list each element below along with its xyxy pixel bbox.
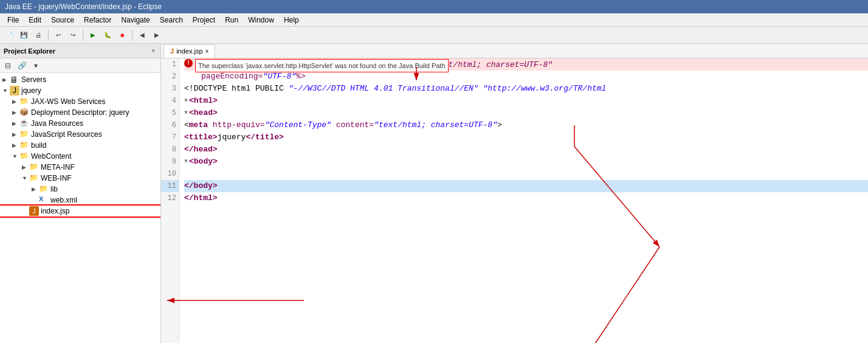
tree-item-web-xml[interactable]: ▶ X web.xml (0, 195, 160, 206)
menu-window[interactable]: Window (243, 15, 279, 26)
index-jsp-icon: J (29, 206, 39, 216)
tree-item-build[interactable]: ▶ 📁 build (0, 140, 160, 151)
jax-ws-icon: 📁 (19, 97, 29, 106)
menu-project[interactable]: Project (188, 15, 220, 26)
sidebar-title: Project Explorer (4, 47, 55, 55)
code-line-6: <meta http-equiv="Content-Type" content=… (184, 119, 868, 131)
code-area: 1 2 3 4 5 6 7 8 9 10 11 12 (161, 58, 868, 343)
code-line-1: ! The superclass 'javax.servlet.http.Htt… (184, 58, 868, 71)
tree-item-meta-inf[interactable]: ▶ 📁 META-INF (0, 162, 160, 173)
code-lines[interactable]: ! The superclass 'javax.servlet.http.Htt… (179, 58, 868, 343)
fold-arrow-9[interactable]: ▼ (184, 156, 188, 168)
jax-ws-label: JAX-WS Web Services (31, 97, 105, 106)
web-xml-label: web.xml (50, 196, 77, 204)
index-jsp-label: index.jsp (41, 207, 69, 215)
save-btn[interactable]: 💾 (17, 29, 30, 42)
debug-btn[interactable]: 🐛 (101, 29, 114, 42)
tree-item-deployment[interactable]: ▶ 📦 Deployment Descriptor: jquery (0, 107, 160, 118)
java-resources-icon: ☕ (19, 119, 29, 128)
build-icon: 📁 (19, 140, 29, 150)
collapse-all-btn[interactable]: ⊟ (1, 59, 15, 72)
tree-arrow-build: ▶ (12, 142, 19, 148)
editor-content[interactable]: 1 2 3 4 5 6 7 8 9 10 11 12 (161, 58, 868, 343)
run-btn[interactable]: ▶ (86, 29, 100, 42)
editor-tab-index-jsp[interactable]: J index.jsp × (164, 44, 215, 58)
sidebar-header: Project Explorer × (0, 44, 160, 58)
servers-label: Servers (21, 75, 46, 84)
view-menu-btn[interactable]: ▾ (29, 59, 43, 72)
tab-jsp-icon: J (170, 47, 174, 55)
main-layout: Project Explorer × ⊟ 🔗 ▾ ▶ 🖥 Servers ▼ J… (0, 44, 868, 343)
menu-file[interactable]: File (2, 15, 24, 26)
line9-tag: <body> (189, 156, 218, 168)
web-inf-label: WEB-INF (41, 174, 72, 182)
menu-source[interactable]: Source (46, 15, 79, 26)
stop-btn[interactable]: ■ (115, 29, 129, 42)
deployment-icon: 📦 (19, 108, 29, 117)
line7-close: </title> (246, 131, 283, 144)
tab-close-btn[interactable]: × (205, 48, 209, 55)
menu-navigate[interactable]: Navigate (116, 15, 154, 26)
tree-item-jquery[interactable]: ▼ J jquery (0, 85, 160, 96)
line-num-9: 9 (161, 156, 179, 168)
code-line-9: ▼<body> (184, 156, 868, 168)
code-line-4: ▼<html> (184, 95, 868, 107)
menu-run[interactable]: Run (220, 15, 243, 26)
sep2 (83, 30, 83, 41)
servers-icon: 🖥 (10, 75, 19, 85)
web-xml-icon: X (39, 195, 49, 205)
sidebar-close-btn[interactable]: × (150, 47, 157, 55)
tree-item-lib[interactable]: ▶ 📁 lib (0, 184, 160, 195)
tree-arrow-java-resources: ▶ (12, 120, 19, 126)
line-num-5: 5 (161, 107, 179, 119)
redo-btn[interactable]: ↪ (66, 29, 80, 42)
new-btn[interactable]: 📄 (2, 29, 16, 42)
menu-help[interactable]: Help (279, 15, 304, 26)
line7-text: jquery (218, 131, 246, 144)
menu-bar: File Edit Source Refactor Navigate Searc… (0, 13, 868, 27)
line3-code: <!DOCTYPE html PUBLIC (184, 83, 289, 95)
tree-item-java-resources[interactable]: ▶ ☕ Java Resources (0, 118, 160, 129)
line-num-11: 11 (161, 180, 179, 192)
title-text: Java EE - jquery/WebContent/index.jsp - … (5, 2, 162, 11)
fold-arrow-4[interactable]: ▼ (184, 95, 188, 107)
fold-arrow-5[interactable]: ▼ (184, 107, 188, 119)
line-num-3: 3 (161, 83, 179, 95)
tree-item-jax-ws[interactable]: ▶ 📁 JAX-WS Web Services (0, 96, 160, 107)
next-btn[interactable]: ▶ (150, 29, 164, 42)
code-line-11: </body> (184, 180, 868, 192)
lib-icon: 📁 (39, 184, 49, 194)
line8-tag: </head> (184, 144, 218, 156)
code-line-2: pageEncoding="UTF-8"%> (184, 71, 868, 83)
menu-refactor[interactable]: Refactor (79, 15, 116, 26)
tree-item-web-inf[interactable]: ▼ 📁 WEB-INF (0, 173, 160, 184)
line10-empty (184, 168, 189, 180)
line6-sp1 (208, 119, 213, 131)
menu-search[interactable]: Search (155, 15, 188, 26)
tree-item-webcontent[interactable]: ▼ 📁 WebContent (0, 151, 160, 162)
link-editor-btn[interactable]: 🔗 (15, 59, 29, 72)
js-resources-label: JavaScript Resources (31, 130, 102, 139)
line-num-1: 1 (161, 58, 179, 71)
code-line-12: </html> (184, 192, 868, 204)
line3-val2: "http://www.w3.org/TR/html (483, 83, 607, 95)
sep1 (48, 30, 49, 41)
tree-arrow-webcontent: ▼ (12, 153, 19, 159)
meta-inf-label: META-INF (41, 163, 75, 172)
tab-label: index.jsp (176, 47, 202, 55)
sep3 (132, 30, 133, 41)
sidebar: Project Explorer × ⊟ 🔗 ▾ ▶ 🖥 Servers ▼ J… (0, 44, 161, 343)
tree-item-js-resources[interactable]: ▶ 📁 JavaScript Resources (0, 129, 160, 140)
editor-area: J index.jsp × 1 2 3 4 5 6 7 8 9 10 11 (161, 44, 868, 343)
sidebar-toolbar: ⊟ 🔗 ▾ (0, 58, 160, 73)
line-num-10: 10 (161, 168, 179, 180)
prev-btn[interactable]: ◀ (136, 29, 149, 42)
tree-item-servers[interactable]: ▶ 🖥 Servers (0, 74, 160, 85)
toolbar: 📄 💾 🖨 ↩ ↪ ▶ 🐛 ■ ◀ ▶ (0, 27, 868, 44)
tree-item-index-jsp[interactable]: ▶ J index.jsp (0, 206, 160, 217)
print-btn[interactable]: 🖨 (32, 29, 45, 42)
menu-edit[interactable]: Edit (24, 15, 46, 26)
undo-btn[interactable]: ↩ (52, 29, 65, 42)
line6-sp2 (331, 119, 336, 131)
line6-tag: meta (189, 119, 208, 131)
